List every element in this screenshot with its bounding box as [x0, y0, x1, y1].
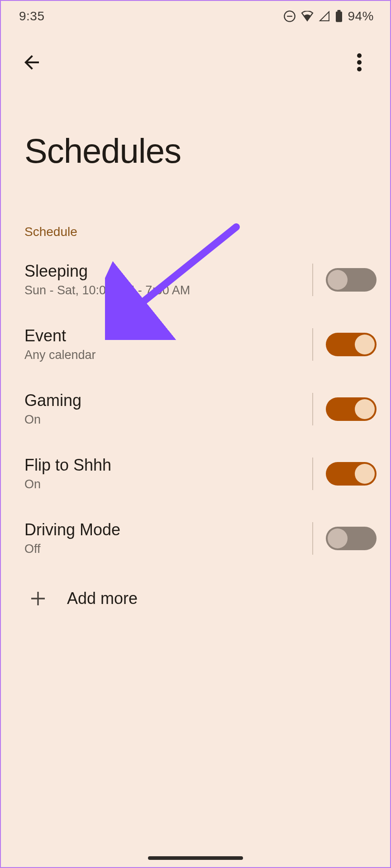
schedule-title: Driving Mode	[24, 520, 307, 539]
schedule-subtitle: On	[24, 477, 307, 491]
home-indicator[interactable]	[148, 856, 243, 860]
page-header: Schedules	[1, 77, 390, 198]
schedule-row-sleeping[interactable]: Sleeping Sun - Sat, 10:00 PM - 7:00 AM	[1, 247, 390, 312]
row-divider	[312, 393, 313, 425]
schedule-title: Event	[24, 326, 307, 345]
action-bar	[1, 28, 390, 77]
status-right: 94%	[283, 9, 374, 24]
schedule-row-flip[interactable]: Flip to Shhh On	[1, 441, 390, 506]
row-divider	[312, 458, 313, 490]
schedule-row-gaming[interactable]: Gaming On	[1, 377, 390, 441]
svg-rect-3	[338, 10, 341, 12]
dnd-icon	[283, 10, 296, 23]
add-more-button[interactable]: Add more	[1, 571, 390, 627]
cellular-icon	[319, 11, 330, 22]
schedule-subtitle: Off	[24, 542, 307, 556]
status-bar: 9:35 94%	[1, 1, 390, 28]
back-button[interactable]	[17, 48, 46, 77]
page-title: Schedules	[24, 131, 367, 170]
row-divider	[312, 328, 313, 361]
schedule-row-driving[interactable]: Driving Mode Off	[1, 506, 390, 571]
schedule-title: Flip to Shhh	[24, 456, 307, 475]
schedule-toggle-gaming[interactable]	[326, 397, 377, 421]
svg-point-5	[357, 60, 362, 65]
arrow-back-icon	[21, 52, 43, 73]
schedule-subtitle: Sun - Sat, 10:00 PM - 7:00 AM	[24, 283, 307, 297]
status-battery-pct: 94%	[348, 9, 374, 24]
schedule-toggle-sleeping[interactable]	[326, 268, 377, 292]
schedule-toggle-event[interactable]	[326, 333, 377, 356]
more-vert-icon	[357, 53, 362, 71]
schedule-subtitle: On	[24, 413, 307, 427]
schedule-title: Sleeping	[24, 262, 307, 281]
battery-icon	[335, 10, 343, 23]
svg-point-6	[357, 67, 362, 71]
schedule-toggle-driving[interactable]	[326, 527, 377, 550]
section-label: Schedule	[1, 198, 390, 247]
wifi-icon	[300, 11, 314, 22]
row-divider	[312, 522, 313, 555]
schedule-subtitle: Any calendar	[24, 348, 307, 362]
status-time: 9:35	[19, 9, 45, 24]
plus-icon	[27, 588, 49, 609]
overflow-menu-button[interactable]	[345, 48, 374, 77]
add-more-label: Add more	[67, 589, 138, 608]
svg-rect-2	[336, 12, 342, 22]
row-divider	[312, 264, 313, 296]
schedule-row-event[interactable]: Event Any calendar	[1, 312, 390, 377]
svg-point-4	[357, 53, 362, 58]
schedule-toggle-flip[interactable]	[326, 462, 377, 486]
schedule-title: Gaming	[24, 391, 307, 410]
